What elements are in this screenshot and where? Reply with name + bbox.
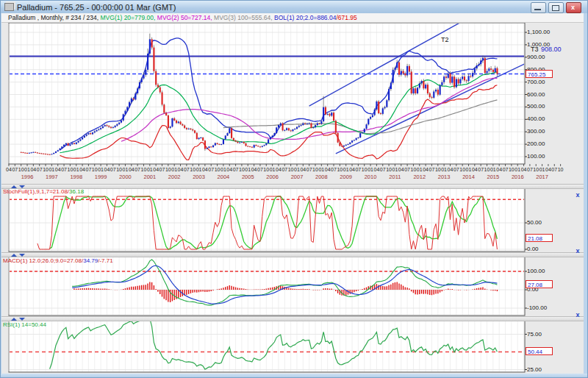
- x-tick-label: 01: [245, 167, 251, 172]
- x-tick-label: 10: [312, 167, 318, 172]
- legend-segment: 36.18: [69, 188, 84, 195]
- x-year-label: 1997: [46, 174, 58, 180]
- x-tick-label: 10: [411, 167, 417, 172]
- collapse-up-icon[interactable]: [11, 254, 17, 257]
- x-tick-label: 10: [509, 167, 514, 172]
- y-tick-label: -100.00: [527, 305, 547, 311]
- x-tick-label: 10: [165, 167, 171, 172]
- x-tick-label: 10: [263, 167, 269, 172]
- collapse-down-icon[interactable]: [19, 185, 25, 188]
- indicator-legend: Palladium , Monthly, # 234 / 234, MVG(1)…: [1, 13, 588, 23]
- x-tick-label: 04: [79, 167, 85, 172]
- x-tick-label: 01: [24, 167, 30, 172]
- chart-area: 1,100.001,000.00900.00800.00700.00600.00…: [1, 23, 584, 374]
- x-tick-label: 10: [92, 167, 98, 172]
- collapse-up-icon[interactable]: [11, 185, 17, 188]
- legend-segment: /671.95: [336, 14, 356, 21]
- rsi-panel-close-icon[interactable]: x: [574, 311, 581, 318]
- close-icon: x: [571, 4, 575, 11]
- x-year-label: 2011: [389, 174, 401, 180]
- trendline-t3-label[interactable]: T3: [531, 46, 539, 53]
- y-tick-label: 75.00: [527, 332, 542, 338]
- x-tick-label: 07: [527, 167, 533, 172]
- stochastic-value-box: 21.08: [526, 234, 553, 242]
- x-tick-label: 04: [129, 167, 135, 172]
- collapse-down-icon[interactable]: [19, 254, 25, 257]
- x-tick-label: 01: [417, 167, 423, 172]
- x-year-label: 2006: [266, 174, 279, 180]
- legend-segment: BOL(1) 20;2.0=886.04: [274, 14, 336, 21]
- x-tick-label: 04: [423, 167, 429, 172]
- x-tick-label: 04: [472, 167, 478, 172]
- legend-segment: RSI(1) 14=50.44: [3, 321, 46, 328]
- collapse-up-icon[interactable]: [11, 318, 17, 321]
- x-tick-label: 01: [392, 167, 398, 172]
- y-tick-label: 100.00: [527, 268, 545, 274]
- x-tick-label: 01: [490, 167, 496, 172]
- x-tick-label: 10: [533, 167, 539, 172]
- panel-splitter-macd[interactable]: [1, 252, 584, 257]
- macd-panel-close-icon[interactable]: x: [574, 247, 581, 254]
- x-year-label: 2010: [365, 174, 377, 180]
- x-tick-label: 01: [270, 167, 276, 172]
- x-year-label: 2013: [438, 174, 451, 180]
- x-tick-label: 07: [159, 167, 165, 172]
- x-tick-label: 07: [282, 167, 287, 172]
- minimize-button[interactable]: [531, 2, 546, 13]
- x-tick-label: 04: [325, 167, 331, 172]
- x-tick-label: 10: [141, 167, 147, 172]
- legend-segment: /-7.71: [98, 257, 112, 264]
- restore-icon: [552, 5, 559, 11]
- x-tick-label: 04: [30, 167, 36, 172]
- chart-canvas[interactable]: [1, 23, 584, 377]
- x-year-label: 2015: [487, 174, 500, 180]
- panel-splitter-rsi[interactable]: [1, 316, 584, 321]
- x-tick-label: 07: [208, 167, 214, 172]
- x-year-label: 2012: [413, 174, 426, 180]
- trendline-t2-label[interactable]: T2: [441, 37, 449, 43]
- window-right-border: [584, 13, 588, 378]
- rsi-label: RSI(1) 14=50.44: [3, 321, 46, 328]
- x-tick-label: 07: [110, 167, 116, 172]
- x-tick-label: 04: [178, 167, 184, 172]
- x-year-label: 2002: [168, 174, 181, 180]
- panel-splitter-stochastic[interactable]: [1, 184, 584, 189]
- x-tick-label: 04: [349, 167, 355, 172]
- x-year-label: 2009: [340, 174, 352, 180]
- legend-segment: StochFull(1),9,1,7=21.08/: [3, 188, 69, 195]
- x-tick-label: 04: [300, 167, 306, 172]
- x-tick-label: 10: [239, 167, 245, 172]
- price-level-label: 908.00: [541, 46, 562, 53]
- x-tick-label: 04: [496, 167, 502, 172]
- x-tick-label: 10: [67, 167, 73, 172]
- x-tick-label: 01: [196, 167, 202, 172]
- stochastic-label: StochFull(1),9,1,7=21.08/36.18: [3, 188, 84, 195]
- x-tick-label: 04: [276, 167, 282, 172]
- y-tick-label: 300.00: [527, 129, 545, 135]
- close-button[interactable]: x: [566, 2, 581, 13]
- x-tick-label: 01: [123, 167, 129, 172]
- x-tick-label: 01: [147, 167, 153, 172]
- x-tick-label: 10: [288, 167, 294, 172]
- legend-segment: MVG(1) 20=779.00,: [101, 14, 157, 21]
- y-tick-label: 100.00: [527, 154, 545, 160]
- stochastic-panel-close-icon[interactable]: x: [574, 191, 581, 199]
- x-tick-label: 07: [355, 167, 361, 172]
- restore-button[interactable]: [548, 2, 564, 13]
- x-tick-label: 07: [184, 167, 190, 172]
- x-tick-label: 10: [459, 167, 465, 172]
- collapse-down-icon[interactable]: [19, 318, 25, 321]
- x-tick-label: 07: [86, 167, 92, 172]
- x-tick-label: 01: [49, 167, 54, 172]
- legend-segment: MACD(1) 12.0;26.0;9.0=27.08/: [3, 257, 83, 264]
- x-tick-label: 07: [380, 167, 386, 172]
- x-tick-label: 01: [294, 167, 300, 172]
- x-tick-label: 10: [386, 167, 392, 172]
- title-bar[interactable]: Palladium - 765.25 - 00:00:00 01 Mar (GM…: [1, 1, 588, 13]
- x-tick-label: 04: [251, 167, 257, 172]
- x-tick-label: 04: [153, 167, 159, 172]
- x-year-label: 2007: [291, 174, 304, 180]
- x-tick-label: 10: [116, 167, 122, 172]
- minimize-icon: [534, 9, 541, 10]
- x-tick-label: 04: [226, 167, 232, 172]
